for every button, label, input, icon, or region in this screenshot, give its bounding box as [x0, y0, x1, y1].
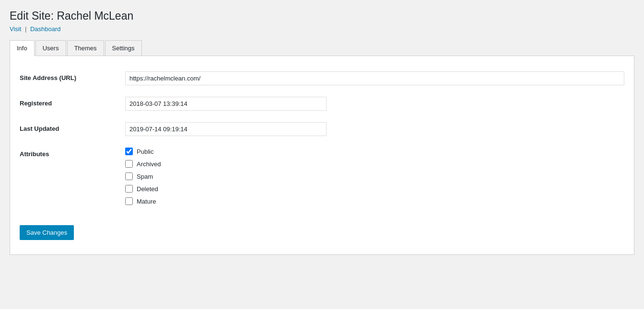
checkbox-spam-row: Spam — [125, 172, 624, 180]
checkbox-spam[interactable] — [125, 172, 133, 180]
checkbox-public-label: Public — [137, 148, 153, 155]
registered-label: Registered — [20, 91, 125, 116]
content-area: Site Address (URL) Registered Last Updat… — [10, 56, 634, 255]
dashboard-link[interactable]: Dashboard — [30, 25, 61, 33]
site-address-row: Site Address (URL) — [20, 66, 624, 91]
checkbox-deleted-row: Deleted — [125, 185, 624, 193]
checkbox-deleted-label: Deleted — [137, 185, 158, 193]
attributes-row: Attributes Public Archived Spam — [20, 142, 624, 216]
attributes-label: Attributes — [20, 142, 125, 216]
checkbox-public[interactable] — [125, 148, 133, 155]
registered-row: Registered — [20, 91, 624, 116]
checkbox-mature[interactable] — [125, 197, 133, 205]
attributes-checkboxes: Public Archived Spam Deleted — [125, 142, 624, 216]
page-title: Edit Site: Rachel McLean — [10, 10, 634, 23]
checkbox-archived[interactable] — [125, 160, 133, 168]
tab-settings[interactable]: Settings — [105, 40, 142, 56]
site-address-label: Site Address (URL) — [20, 66, 125, 91]
last-updated-row: Last Updated — [20, 116, 624, 142]
checkbox-public-row: Public — [125, 148, 624, 155]
tab-themes[interactable]: Themes — [67, 40, 104, 56]
checkbox-mature-label: Mature — [137, 198, 156, 205]
tab-users[interactable]: Users — [35, 40, 66, 56]
save-button[interactable]: Save Changes — [20, 225, 74, 240]
last-updated-input[interactable] — [125, 122, 327, 136]
page-container: Edit Site: Rachel McLean Visit | Dashboa… — [0, 0, 644, 264]
breadcrumb: Visit | Dashboard — [10, 25, 634, 33]
checkbox-deleted[interactable] — [125, 185, 133, 193]
checkbox-archived-row: Archived — [125, 160, 624, 168]
registered-input[interactable] — [125, 97, 327, 111]
breadcrumb-separator: | — [25, 25, 26, 33]
form-table: Site Address (URL) Registered Last Updat… — [20, 66, 624, 216]
checkbox-spam-label: Spam — [137, 173, 153, 180]
checkbox-archived-label: Archived — [137, 160, 161, 168]
tab-info[interactable]: Info — [10, 40, 35, 56]
site-address-input[interactable] — [125, 71, 624, 85]
tabs-container: Info Users Themes Settings — [10, 40, 634, 56]
visit-link[interactable]: Visit — [10, 25, 21, 33]
last-updated-label: Last Updated — [20, 116, 125, 142]
checkbox-mature-row: Mature — [125, 197, 624, 205]
